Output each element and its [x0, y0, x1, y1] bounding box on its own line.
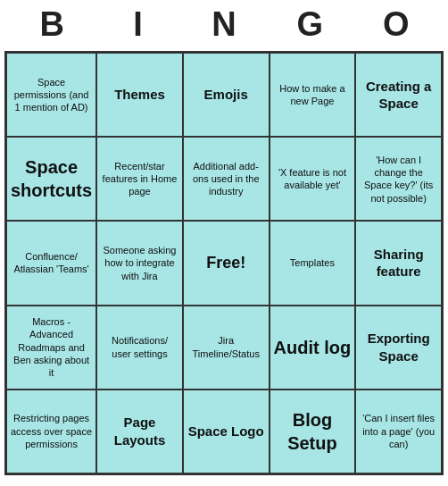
bingo-cell-r4c1: Macros - Advanced Roadmaps and Ben askin…: [6, 306, 96, 390]
bingo-cell-r2c5: 'How can I change the Space key?' (its n…: [355, 137, 442, 221]
bingo-grid: Space permissions (and 1 mention of AD)T…: [4, 51, 444, 475]
letter-g: G: [274, 5, 345, 44]
bingo-cell-r1c3: Emojis: [183, 53, 270, 137]
letter-i: I: [103, 5, 174, 44]
bingo-cell-r3c4: Templates: [270, 221, 356, 305]
bingo-cell-r5c3: Space Logo: [183, 390, 270, 473]
bingo-cell-r1c2: Themes: [96, 53, 183, 137]
bingo-cell-r3c3: Free!: [183, 221, 270, 305]
bingo-cell-r3c1: Confluence/ Atlassian 'Teams': [6, 221, 96, 305]
bingo-cell-r5c2: Page Layouts: [96, 390, 183, 473]
letter-n: N: [188, 5, 260, 44]
bingo-title: B I N G O: [0, 0, 448, 49]
bingo-cell-r2c3: Additional add-ons used in the industry: [183, 137, 270, 221]
bingo-cell-r4c2: Notifications/ user settings: [96, 306, 183, 390]
bingo-cell-r4c3: Jira Timeline/Status: [183, 306, 270, 390]
bingo-cell-r1c5: Creating a Space: [355, 53, 442, 137]
bingo-cell-r1c1: Space permissions (and 1 mention of AD): [6, 53, 96, 137]
bingo-cell-r5c1: Restricting pages access over space perm…: [6, 390, 96, 473]
bingo-cell-r3c5: Sharing feature: [355, 221, 442, 305]
bingo-cell-r4c4: Audit log: [270, 306, 356, 390]
letter-o: O: [361, 5, 432, 44]
bingo-cell-r2c4: 'X feature is not available yet': [270, 137, 356, 221]
bingo-cell-r3c2: Someone asking how to integrate with Jir…: [96, 221, 183, 305]
bingo-cell-r2c1: Space shortcuts: [6, 137, 96, 221]
bingo-cell-r1c4: How to make a new Page: [270, 53, 356, 137]
bingo-cell-r4c5: Exporting Space: [355, 306, 442, 390]
letter-b: B: [16, 5, 87, 44]
bingo-cell-r5c5: 'Can I insert files into a page' (you ca…: [355, 390, 442, 473]
bingo-cell-r2c2: Recent/star features in Home page: [96, 137, 183, 221]
bingo-cell-r5c4: Blog Setup: [270, 390, 356, 473]
